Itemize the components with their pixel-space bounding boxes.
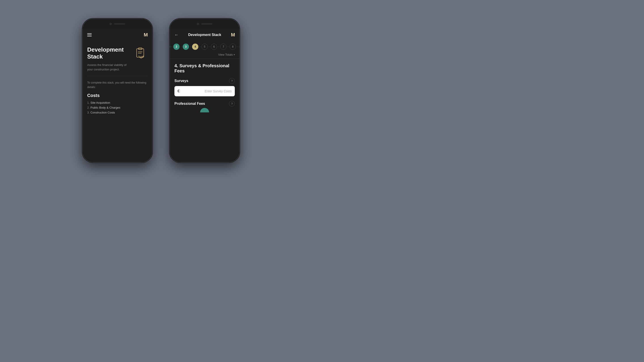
step-7[interactable]: 7 xyxy=(220,43,226,50)
step-connector-5 xyxy=(209,47,210,47)
phone-1-header: M xyxy=(83,29,152,41)
step-connector-8 xyxy=(237,47,238,47)
phone-2: ← Development Stack M 1 2 3 4 5 6 7 8 9 xyxy=(170,19,239,162)
logo-mark-1: M xyxy=(144,32,148,38)
step-2[interactable]: 2 xyxy=(173,43,180,50)
step-connector-7 xyxy=(228,47,229,47)
phone-1-title: Development Stack xyxy=(87,46,134,60)
professional-fees-label: Professional Fees xyxy=(174,102,205,106)
phone-2-screen: ← Development Stack M 1 2 3 4 5 6 7 8 9 xyxy=(170,29,239,162)
clipboard-icon-area xyxy=(134,46,148,60)
phone-2-camera xyxy=(197,23,199,25)
costs-heading: Costs xyxy=(87,93,148,98)
phone-2-speaker xyxy=(201,23,212,24)
view-totals-button[interactable]: View Totals ▾ xyxy=(218,53,235,56)
list-item-3: 3. Construction Costs xyxy=(87,110,148,115)
list-num-3: 3. xyxy=(87,111,90,114)
list-item-1: 1. Site Acquisition xyxy=(87,100,148,105)
step-8[interactable]: 8 xyxy=(230,43,236,50)
phone-1-content: Development Stack Assess the financial v… xyxy=(83,41,152,162)
divider-1 xyxy=(87,76,148,76)
back-button[interactable]: ← xyxy=(174,33,178,37)
professional-fees-label-row: Professional Fees ? xyxy=(174,101,235,107)
title-subtitle-group: Development Stack Assess the financial v… xyxy=(87,46,134,71)
surveys-label: Surveys xyxy=(174,79,188,83)
step-connector-2 xyxy=(180,47,182,47)
step-connector-4 xyxy=(199,47,200,47)
surveys-input-field[interactable]: € Enter Survey Costs xyxy=(174,86,235,96)
hamburger-icon[interactable] xyxy=(87,33,92,36)
surveys-label-row: Surveys ? xyxy=(174,78,235,84)
list-num-1: 1. xyxy=(87,101,90,104)
section-title: 4. Surveys & Professional Fees xyxy=(174,63,235,73)
logo-mark-2: M xyxy=(231,32,235,38)
list-item-2: 2. Public Body & Charges xyxy=(87,105,148,110)
list-text-3: Construction Costs xyxy=(90,111,115,114)
list-text-1: Site Acquisition xyxy=(90,101,110,104)
step-1[interactable]: 1 xyxy=(170,43,170,50)
step-connector-1 xyxy=(171,47,172,47)
step-indicators: 1 2 3 4 5 6 7 8 9 xyxy=(170,41,239,52)
details-label: To complete this stack, you will need th… xyxy=(87,81,148,89)
step-connector-6 xyxy=(218,47,219,47)
costs-list: 1. Site Acquisition 2. Public Body & Cha… xyxy=(87,100,148,115)
section-divider xyxy=(170,58,239,59)
professional-fees-help-icon[interactable]: ? xyxy=(229,101,235,107)
step-connector-3 xyxy=(190,47,191,47)
step-6[interactable]: 6 xyxy=(211,43,217,50)
phone-2-header: ← Development Stack M xyxy=(170,29,239,41)
step-4[interactable]: 4 xyxy=(192,43,198,50)
view-totals-label: View Totals xyxy=(218,53,233,56)
phone-1-camera xyxy=(110,23,112,25)
phone-1-speaker xyxy=(114,23,125,24)
surveys-placeholder: Enter Survey Costs xyxy=(181,89,232,93)
phone-1-screen: M Development Stack Assess the financial… xyxy=(83,29,152,162)
phone-1: M Development Stack Assess the financial… xyxy=(83,19,152,162)
step-3[interactable]: 3 xyxy=(183,43,189,50)
phone-2-content: 4. Surveys & Professional Fees Surveys ?… xyxy=(170,63,239,162)
phone-2-title: Development Stack xyxy=(188,33,222,37)
phone-2-top-bar xyxy=(170,19,239,29)
view-totals-row: View Totals ▾ xyxy=(170,52,239,58)
clipboard-hand-icon xyxy=(134,46,147,59)
phone-1-subtitle: Assess the financial viability of your c… xyxy=(87,63,132,71)
list-text-2: Public Body & Charges xyxy=(90,106,120,109)
hero-row: Development Stack Assess the financial v… xyxy=(87,46,148,71)
chevron-down-icon: ▾ xyxy=(234,53,235,56)
phone-1-top-bar xyxy=(83,19,152,29)
list-num-2: 2. xyxy=(87,106,90,109)
bottom-circle-hint xyxy=(200,108,209,112)
surveys-help-icon[interactable]: ? xyxy=(229,78,235,84)
currency-symbol: € xyxy=(178,89,180,93)
step-5[interactable]: 5 xyxy=(202,43,208,50)
step-9[interactable]: 9 xyxy=(239,43,239,50)
